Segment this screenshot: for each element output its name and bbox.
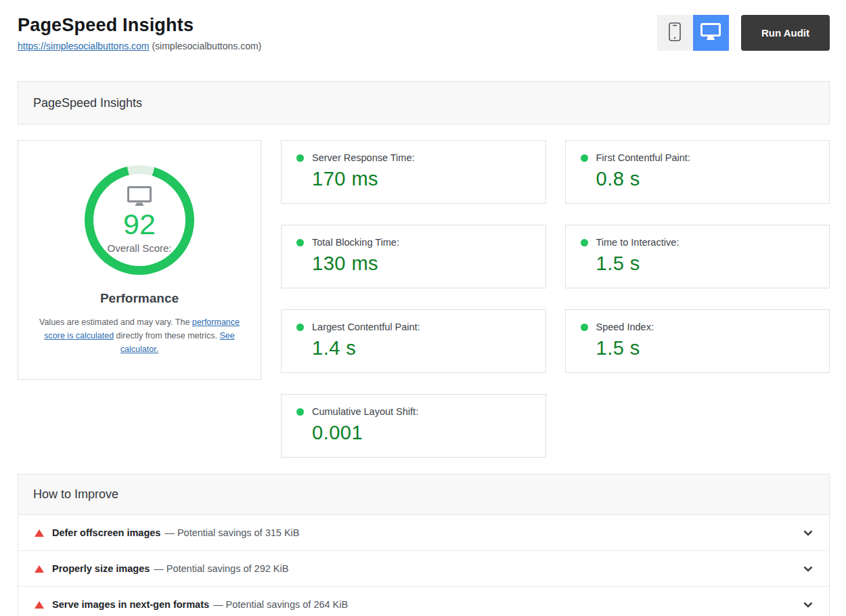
- metric-value: 1.5 s: [596, 252, 815, 275]
- metric-value: 1.4 s: [312, 337, 531, 359]
- metric-card-cumulative-layout-shift: Cumulative Layout Shift: 0.001: [281, 394, 546, 458]
- green-dot-icon: [581, 324, 588, 331]
- metric-label: Time to Interactive:: [596, 237, 680, 248]
- improve-row-detail: — Potential savings of 264 KiB: [213, 599, 348, 610]
- disclaimer-text: directly from these metrics.: [114, 331, 219, 340]
- device-toggle: [657, 15, 729, 51]
- top-header: PageSpeed Insights https://simplesocialb…: [18, 0, 830, 51]
- green-dot-icon: [581, 154, 588, 162]
- metric-card-first-contentful-paint: First Contentful Paint: 0.8 s: [565, 140, 830, 204]
- improve-row-detail: — Potential savings of 292 KiB: [154, 563, 288, 574]
- improve-panel-title: How to Improve: [33, 487, 118, 502]
- triangle-warning-icon: [35, 565, 44, 573]
- chevron-down-icon[interactable]: [803, 530, 813, 536]
- green-dot-icon: [296, 239, 304, 246]
- metric-card-time-to-interactive: Time to Interactive: 1.5 s: [565, 225, 830, 288]
- green-dot-icon: [296, 154, 304, 162]
- monitor-icon: [700, 23, 721, 43]
- metric-label: Server Response Time:: [312, 152, 415, 163]
- page-title: PageSpeed Insights: [18, 15, 261, 36]
- audited-url-link[interactable]: https://simplesocialbuttons.com: [18, 41, 150, 51]
- metric-label: Speed Index:: [596, 322, 654, 332]
- metric-label: First Contentful Paint:: [596, 152, 690, 163]
- metric-value: 1.5 s: [596, 337, 815, 359]
- pagespeed-insights-page: PageSpeed Insights https://simplesocialb…: [0, 0, 846, 616]
- results-panel-title: PageSpeed Insights: [33, 96, 142, 110]
- chevron-down-icon[interactable]: [803, 602, 813, 608]
- overall-score-value: 92: [123, 209, 156, 240]
- metric-label: Total Blocking Time:: [312, 237, 399, 248]
- audited-url-line: https://simplesocialbuttons.com (simples…: [18, 41, 261, 51]
- smartphone-icon: [667, 22, 683, 44]
- monitor-icon: [127, 186, 152, 206]
- metric-label: Largest Contentful Paint:: [312, 322, 420, 332]
- green-dot-icon: [296, 324, 304, 331]
- overall-score-label: Overall Score:: [107, 242, 171, 254]
- improve-row-properly-size-images[interactable]: Properly size images — Potential savings…: [18, 551, 829, 587]
- metric-card-server-response-time: Server Response Time: 170 ms: [281, 140, 546, 204]
- chevron-down-icon[interactable]: [803, 566, 813, 572]
- score-card: 92 Overall Score: Performance Values are…: [18, 140, 261, 380]
- mobile-toggle-button[interactable]: [657, 15, 693, 51]
- score-disclaimer: Values are estimated and may vary. The p…: [39, 315, 240, 356]
- run-audit-button[interactable]: Run Audit: [741, 15, 830, 51]
- triangle-warning-icon: [35, 601, 44, 609]
- metric-value: 130 ms: [312, 252, 531, 275]
- improve-row-title: Properly size images: [52, 563, 150, 574]
- metric-card-speed-index: Speed Index: 1.5 s: [565, 309, 830, 373]
- title-block: PageSpeed Insights https://simplesocialb…: [18, 15, 261, 51]
- metrics-grid: Server Response Time: 170 ms First Conte…: [281, 140, 830, 458]
- green-dot-icon: [581, 239, 588, 246]
- header-controls: Run Audit: [657, 15, 830, 51]
- improve-row-title: Serve images in next-gen formats: [52, 599, 209, 610]
- improve-panel-header: How to Improve: [18, 475, 829, 515]
- metric-card-largest-contentful-paint: Largest Contentful Paint: 1.4 s: [281, 309, 546, 373]
- green-dot-icon: [296, 408, 304, 416]
- metric-value: 0.001: [312, 422, 531, 444]
- audited-domain: (simplesocialbuttons.com): [152, 41, 261, 51]
- improve-row-detail: — Potential savings of 315 KiB: [164, 527, 299, 538]
- improve-row-next-gen-formats[interactable]: Serve images in next-gen formats — Poten…: [18, 587, 829, 616]
- score-gauge-inner: 92 Overall Score:: [93, 174, 185, 266]
- category-title: Performance: [18, 291, 261, 306]
- results-panel-header: PageSpeed Insights: [18, 81, 830, 125]
- metric-value: 170 ms: [312, 168, 531, 190]
- score-gauge: 92 Overall Score:: [85, 165, 194, 275]
- metric-label: Cumulative Layout Shift:: [312, 406, 418, 417]
- desktop-toggle-button[interactable]: [693, 15, 729, 51]
- disclaimer-text: Values are estimated and may vary. The: [39, 317, 192, 327]
- improve-row-title: Defer offscreen images: [52, 527, 160, 538]
- metric-value: 0.8 s: [596, 168, 815, 190]
- improve-row-defer-offscreen-images[interactable]: Defer offscreen images — Potential savin…: [18, 515, 829, 551]
- triangle-warning-icon: [35, 529, 44, 537]
- improve-panel: How to Improve Defer offscreen images — …: [18, 474, 830, 616]
- metric-card-total-blocking-time: Total Blocking Time: 130 ms: [281, 225, 546, 288]
- results-row: 92 Overall Score: Performance Values are…: [18, 140, 830, 458]
